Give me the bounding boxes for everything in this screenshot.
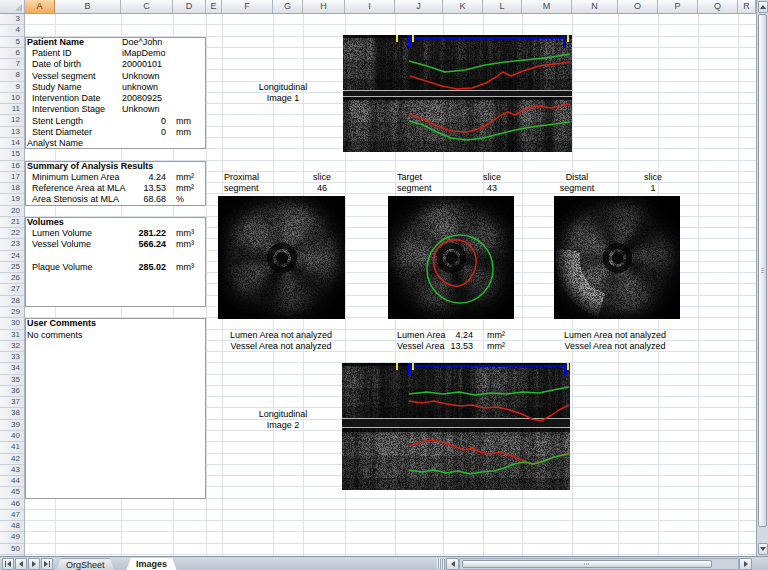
target-ivus-image[interactable] — [388, 196, 514, 319]
stent-length-value[interactable]: 0 — [118, 116, 166, 127]
column-header-L[interactable]: L — [483, 0, 522, 13]
row-header-14[interactable]: 14 — [0, 138, 24, 149]
row-header-16[interactable]: 16 — [0, 161, 24, 172]
column-header-F[interactable]: F — [222, 0, 273, 13]
stent-length-unit[interactable]: mm — [176, 116, 202, 127]
row-header-39[interactable]: 39 — [0, 420, 24, 431]
target-segment-name2[interactable]: segment — [397, 183, 457, 194]
proximal-vessel-note[interactable]: Vessel Area not analyzed — [219, 341, 343, 352]
horizontal-scroll-thumb[interactable] — [462, 560, 712, 568]
ref-area-value[interactable]: 13.53 — [118, 183, 166, 194]
row-header-29[interactable]: 29 — [0, 307, 24, 318]
scroll-right-button[interactable] — [739, 558, 752, 570]
longitudinal-image-1[interactable] — [343, 35, 572, 152]
vessel-volume-label[interactable]: Vessel Volume — [32, 239, 112, 250]
sheet-tab-orgsheet[interactable]: OrgSheet — [56, 558, 115, 570]
row-header-46[interactable]: 46 — [0, 499, 24, 510]
dob-value[interactable]: 20000101 — [122, 59, 202, 70]
row-header-45[interactable]: 45 — [0, 487, 24, 498]
mla-label[interactable]: Minimum Lumen Area — [32, 172, 118, 183]
row-header-36[interactable]: 36 — [0, 386, 24, 397]
target-vessel-area-unit[interactable]: mm² — [487, 341, 517, 352]
stenosis-label[interactable]: Area Stenosis at MLA — [32, 194, 118, 205]
row-header-20[interactable]: 20 — [0, 206, 24, 217]
row-header-23[interactable]: 23 — [0, 239, 24, 250]
row-header-18[interactable]: 18 — [0, 183, 24, 194]
sheet-tab-images[interactable]: Images — [126, 558, 177, 570]
column-header-K[interactable]: K — [443, 0, 483, 13]
row-header-38[interactable]: 38 — [0, 408, 24, 419]
row-header-44[interactable]: 44 — [0, 476, 24, 487]
row-header-13[interactable]: 13 — [0, 127, 24, 138]
vessel-segment-value[interactable]: Unknown — [122, 71, 202, 82]
first-sheet-button[interactable] — [2, 558, 14, 570]
row-header-50[interactable]: 50 — [0, 544, 24, 555]
study-name-label[interactable]: Study Name — [32, 82, 118, 93]
column-header-I[interactable]: I — [345, 0, 395, 13]
distal-ivus-image[interactable] — [554, 196, 680, 319]
row-header-22[interactable]: 22 — [0, 228, 24, 239]
plaque-volume-unit[interactable]: mm³ — [176, 262, 202, 273]
row-header-35[interactable]: 35 — [0, 375, 24, 386]
longitudinal1-label-line1[interactable]: Longitudinal — [233, 82, 333, 93]
column-header-G[interactable]: G — [273, 0, 303, 13]
row-header-37[interactable]: 37 — [0, 397, 24, 408]
patient-name-value[interactable]: Doe^John — [122, 37, 202, 48]
ref-area-label[interactable]: Reference Area at MLA — [32, 183, 118, 194]
vertical-scrollbar[interactable] — [756, 0, 768, 556]
distal-vessel-note[interactable]: Vessel Area not analyzed — [553, 341, 677, 352]
row-header-7[interactable]: 7 — [0, 59, 24, 70]
plaque-volume-value[interactable]: 285.02 — [108, 262, 166, 273]
row-header-34[interactable]: 34 — [0, 363, 24, 374]
stent-diameter-label[interactable]: Stent Diameter — [32, 127, 118, 138]
row-header-4[interactable]: 4 — [0, 25, 24, 36]
distal-segment-name[interactable]: Distal — [547, 172, 607, 183]
distal-slice-label[interactable]: slice — [623, 172, 683, 183]
target-vessel-area-value[interactable]: 13.53 — [423, 341, 473, 352]
analyst-name-label[interactable]: Analyst Name — [27, 138, 119, 149]
tab-split-handle[interactable] — [437, 559, 445, 569]
intervention-stage-value[interactable]: Unknown — [122, 104, 202, 115]
plaque-volume-label[interactable]: Plaque Volume — [32, 262, 112, 273]
row-header-33[interactable]: 33 — [0, 352, 24, 363]
stent-length-label[interactable]: Stent Length — [32, 116, 118, 127]
longitudinal2-label-line2[interactable]: Image 2 — [233, 420, 333, 431]
horizontal-scrollbar[interactable] — [459, 558, 739, 570]
mla-unit[interactable]: mm² — [176, 172, 202, 183]
row-header-26[interactable]: 26 — [0, 273, 24, 284]
prev-sheet-button[interactable] — [15, 558, 27, 570]
comments-text[interactable]: No comments — [27, 330, 147, 341]
comments-title[interactable]: User Comments — [27, 318, 147, 329]
column-header-H[interactable]: H — [303, 0, 345, 13]
row-header-5[interactable]: 5 — [0, 37, 24, 48]
row-header-32[interactable]: 32 — [0, 341, 24, 352]
patient-name-label[interactable]: Patient Name — [27, 37, 119, 48]
row-header-48[interactable]: 48 — [0, 521, 24, 532]
row-header-25[interactable]: 25 — [0, 262, 24, 273]
summary-title[interactable]: Summary of Analysis Results — [27, 161, 187, 172]
row-header-10[interactable]: 10 — [0, 93, 24, 104]
proximal-slice-label[interactable]: slice — [292, 172, 352, 183]
row-header-11[interactable]: 11 — [0, 104, 24, 115]
row-header-49[interactable]: 49 — [0, 532, 24, 543]
row-header-24[interactable]: 24 — [0, 251, 24, 262]
stent-diameter-unit[interactable]: mm — [176, 127, 202, 138]
row-header-41[interactable]: 41 — [0, 442, 24, 453]
next-sheet-button[interactable] — [28, 558, 40, 570]
row-header-17[interactable]: 17 — [0, 172, 24, 183]
vertical-scroll-thumb[interactable] — [758, 14, 767, 527]
proximal-segment-name[interactable]: Proximal — [224, 172, 284, 183]
column-header-A[interactable]: A — [25, 0, 55, 13]
vessel-volume-value[interactable]: 566.24 — [108, 239, 166, 250]
lumen-volume-unit[interactable]: mm³ — [176, 228, 202, 239]
column-header-C[interactable]: C — [121, 0, 173, 13]
column-header-M[interactable]: M — [522, 0, 572, 13]
scroll-up-button[interactable] — [758, 1, 768, 13]
lumen-volume-label[interactable]: Lumen Volume — [32, 228, 112, 239]
row-header-30[interactable]: 30 — [0, 318, 24, 329]
volumes-title[interactable]: Volumes — [27, 217, 127, 228]
row-header-8[interactable]: 8 — [0, 70, 24, 81]
column-header-Q[interactable]: Q — [698, 0, 738, 13]
scroll-left-button[interactable] — [446, 558, 459, 570]
ref-area-unit[interactable]: mm² — [176, 183, 202, 194]
